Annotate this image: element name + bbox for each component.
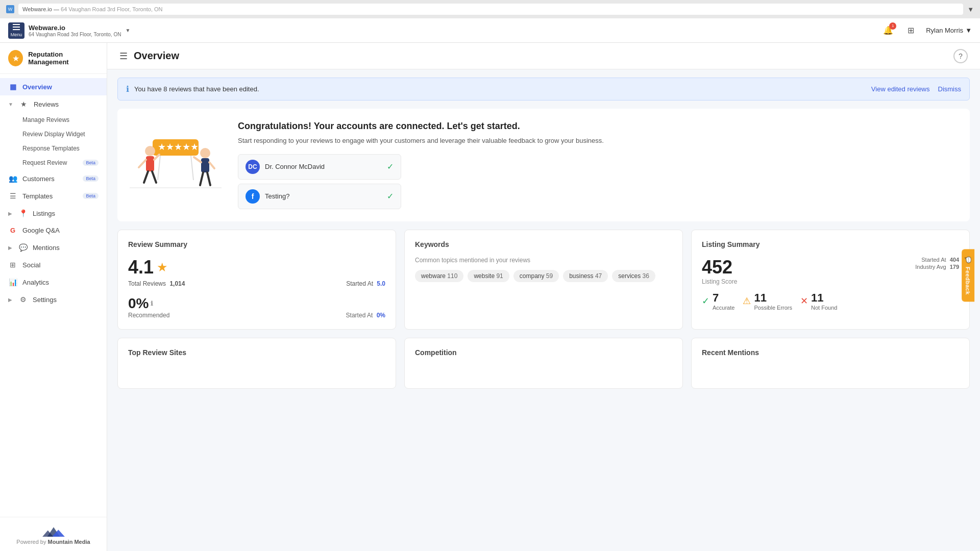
sidebar-item-label: Reviews [34,101,59,108]
started-at-label: Started At 5.0 [346,280,385,287]
svg-line-12 [152,171,156,183]
avatar-dr-connor: DC [246,160,260,174]
keywords-card: Keywords Common topics mentioned in your… [404,230,683,330]
mountain-media-logo-icon [41,523,66,539]
check-icon-testing: ✓ [387,191,394,201]
svg-point-7 [145,146,155,156]
sidebar-item-settings[interactable]: ▶ ⚙ Settings [0,291,107,308]
sidebar-item-social[interactable]: ⊞ Social [0,256,107,273]
listings-icon: 📍 [18,209,28,217]
google-qa-icon: G [8,227,17,234]
svg-line-5 [158,156,160,180]
content-menu-button[interactable]: ☰ [119,51,128,62]
keyword-services: services 36 [612,270,655,282]
listing-score-started: Started At 404 Industry Avg 179 [915,257,959,271]
content-header: ☰ Overview ? [107,43,980,69]
menu-button[interactable]: Menu [8,22,24,39]
svg-line-17 [200,172,203,185]
page-title: Overview [134,50,179,62]
sidebar-item-review-display-widget[interactable]: Review Display Widget [0,127,107,141]
help-button[interactable]: ? [953,49,968,63]
dashboard-grid: Review Summary 4.1 ★ Total Reviews 1,014… [107,230,980,338]
recommendation-info-icon: ℹ [151,300,153,307]
user-menu-button[interactable]: Rylan Morris ▼ [926,27,972,34]
notification-badge: 1 [889,22,896,30]
settings-expand-arrow: ▶ [8,297,12,303]
connected-account-dr-connor: DC Dr. Connor McDavid ✓ [238,154,401,180]
recent-mentions-card: Recent Mentions [691,338,970,389]
info-banner-actions: View edited reviews Dismiss [871,85,961,93]
main-content: ☰ Overview ? ℹ You have 8 reviews that h… [107,43,980,551]
stat-possible-errors: ⚠ 11 Possible Errors [743,291,792,311]
mentions-expand-arrow: ▶ [8,245,12,251]
sidebar-item-analytics[interactable]: 📊 Analytics [0,273,107,291]
sidebar-item-overview[interactable]: ▦ Overview [0,78,107,95]
stat-not-found: ✕ 11 Not Found [800,291,837,311]
svg-line-18 [207,172,210,185]
listing-stats: ✓ 7 Accurate ⚠ 11 Possible Errors [702,291,959,311]
top-bar-left: Menu Webware.io 64 Vaughan Road 3rd Floo… [8,22,130,39]
feedback-tab[interactable]: 💬 Feedback [962,249,974,302]
social-icon: ⊞ [8,261,17,269]
svg-line-6 [191,156,193,180]
possible-errors-label: Possible Errors [754,305,792,311]
possible-errors-value: 11 [754,291,792,305]
keyword-website: website 91 [468,270,509,282]
company-dropdown-arrow[interactable]: ▼ [125,28,130,33]
competition-card: Competition [404,338,683,389]
keyword-tags: webware 110 website 91 company 59 busine… [415,270,672,282]
svg-line-15 [194,157,201,162]
accurate-label: Accurate [713,305,734,311]
top-review-sites-card: Top Review Sites [117,338,396,389]
listing-score-block: 452 Listing Score [702,257,737,285]
keyword-business: business 47 [563,270,608,282]
notification-button[interactable]: 🔔 1 [881,23,895,38]
browser-actions: ▼ [967,6,974,13]
keywords-title: Keywords [415,240,672,248]
account-name-testing: Testing? [265,192,382,200]
sidebar-item-request-review[interactable]: Request Review Beta [0,156,107,170]
keywords-description: Common topics mentioned in your reviews [415,257,672,264]
sidebar-item-mentions[interactable]: ▶ 💬 Mentions [0,239,107,256]
view-edited-reviews-link[interactable]: View edited reviews [871,85,930,93]
welcome-title: Congratulations! Your accounts are conne… [238,121,958,132]
templates-icon: ☰ [8,192,17,200]
svg-line-11 [144,171,148,183]
apps-grid-button[interactable]: ⊞ [903,23,918,38]
total-reviews-label: Total Reviews 1,014 [128,280,185,287]
browser-url: Webware.io — 64 Vaughan Road 3rd Floor, … [18,4,963,15]
mentions-icon: 💬 [18,243,28,252]
overview-icon: ▦ [8,83,17,91]
connected-accounts-list: DC Dr. Connor McDavid ✓ f Testing? ✓ [238,154,958,209]
listing-score-number: 452 [702,257,737,278]
recommendation-section: 0% ℹ Recommended Started At 0% [128,295,385,319]
account-name-dr-connor: Dr. Connor McDavid [265,163,382,170]
sidebar-item-customers[interactable]: 👥 Customers Beta [0,170,107,187]
sidebar-item-manage-reviews[interactable]: Manage Reviews [0,113,107,127]
sidebar-item-google-qa[interactable]: G Google Q&A [0,222,107,239]
competition-title: Competition [415,348,672,357]
keyword-company: company 59 [513,270,559,282]
welcome-description: Start responding to your reviews to enga… [238,136,958,146]
recommendation-percent: 0% ℹ [128,295,385,312]
listing-score-row: 452 Listing Score Started At 404 Industr… [702,257,959,285]
sidebar-item-reviews[interactable]: ▼ ★ Reviews [0,95,107,113]
company-info: Webware.io 64 Vaughan Road 3rd Floor, To… [29,24,121,37]
svg-line-9 [139,160,146,167]
svg-rect-8 [146,156,154,171]
dismiss-button[interactable]: Dismiss [938,85,962,93]
sidebar-item-label: Overview [22,83,52,91]
recent-mentions-title: Recent Mentions [702,348,959,357]
sidebar-item-listings[interactable]: ▶ 📍 Listings [0,205,107,222]
sidebar-item-response-templates[interactable]: Response Templates [0,141,107,156]
settings-icon: ⚙ [18,295,28,304]
brand-star-icon: ★ [8,50,23,66]
sidebar-footer: Powered by Mountain Media [0,517,107,551]
sidebar-item-templates[interactable]: ☰ Templates Beta [0,187,107,205]
top-review-sites-title: Top Review Sites [128,348,385,357]
rating-number: 4.1 [128,257,154,278]
not-found-label: Not Found [811,305,837,311]
info-icon: ℹ [126,84,129,94]
sidebar-nav: ▦ Overview ▼ ★ Reviews Manage Reviews Re… [0,74,107,517]
listing-summary-title: Listing Summary [702,240,959,248]
